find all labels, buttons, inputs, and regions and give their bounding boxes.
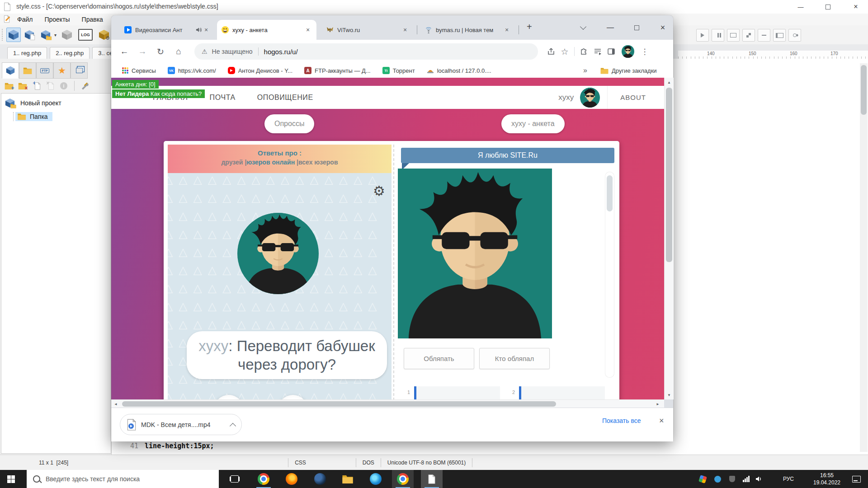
browser-tab-videos[interactable]: Видеозаписи Ант × <box>120 20 215 40</box>
taskbar-search[interactable] <box>27 470 219 488</box>
panel-tab-files[interactable] <box>19 62 36 79</box>
url-text[interactable]: hogos.ru/u/ <box>264 48 298 56</box>
bookmark-youtube[interactable]: Антон Денисов - Y... <box>228 67 292 74</box>
about-link[interactable]: ABOUT <box>607 86 664 109</box>
taskbar-edge[interactable] <box>365 470 387 488</box>
taskbar-dark-browser[interactable] <box>309 470 331 488</box>
open-dropdown-icon[interactable]: ▾ <box>54 33 57 38</box>
open-project-folder-button[interactable] <box>39 28 52 42</box>
other-bookmarks[interactable]: Другие закладки <box>600 67 657 74</box>
tab-close-icon[interactable]: × <box>401 26 409 33</box>
scroll-left-icon[interactable]: ◄ <box>114 402 118 406</box>
scroll-up-icon[interactable]: ▲ <box>667 80 671 84</box>
splat-button[interactable]: Обляпать <box>404 348 474 369</box>
question-author-avatar[interactable] <box>237 213 319 294</box>
taskbar-explorer[interactable] <box>337 470 359 488</box>
bookmarks-overflow-icon[interactable]: » <box>583 66 587 75</box>
browser-menu-icon[interactable]: ⋮ <box>638 45 651 58</box>
browser-tab-vitwo[interactable]: ViTwo.ru × <box>322 20 414 40</box>
tab-close-icon[interactable]: × <box>503 26 511 33</box>
daily-poll-badge[interactable]: Анкета дня: [0] <box>112 80 159 89</box>
scrollbar-thumb[interactable] <box>122 401 556 407</box>
menu-projects[interactable]: Проекты <box>44 16 70 23</box>
taskbar-clock[interactable]: 16:55 19.04.2022 <box>807 472 846 486</box>
extensions-icon[interactable] <box>577 45 591 58</box>
panel-tab-project[interactable] <box>2 62 19 79</box>
editor-maximize-button[interactable] <box>818 0 838 14</box>
tree-item-folder[interactable]: Папка <box>13 111 111 122</box>
bookmark-star-icon[interactable]: ☆ <box>558 45 571 58</box>
rank-bar-2[interactable] <box>519 386 605 399</box>
action-center-icon[interactable] <box>846 470 866 488</box>
remove-file-icon[interactable]: × <box>43 80 57 92</box>
editor-scrollbar[interactable] <box>860 63 868 452</box>
share-icon[interactable] <box>544 45 558 58</box>
nav-mail[interactable]: ПОЧТА <box>210 94 236 102</box>
file-tab-1[interactable]: 1.. reg.php <box>7 47 47 59</box>
show-all-downloads-link[interactable]: Показать все <box>602 417 641 424</box>
task-view-button[interactable] <box>224 470 245 488</box>
vertical-scrollbar[interactable]: ▲ ▼ <box>664 78 674 399</box>
tray-pinwheel-icon[interactable] <box>694 470 711 488</box>
grid-icon[interactable] <box>742 29 755 42</box>
reload-icon[interactable]: ↻ <box>153 44 168 59</box>
home-icon[interactable]: ⌂ <box>171 44 186 59</box>
new-tab-button[interactable]: + <box>527 22 532 32</box>
panel-tab-favorites[interactable]: ★ <box>53 62 71 79</box>
header-avatar[interactable] <box>580 88 600 108</box>
tray-shield-icon[interactable] <box>724 470 740 488</box>
browser-maximize-button[interactable] <box>627 21 646 34</box>
browser-minimize-button[interactable]: — <box>601 21 619 34</box>
scroll-right-icon[interactable]: ► <box>656 402 660 406</box>
editor-minimize-button[interactable]: — <box>791 0 811 14</box>
code-editor-line[interactable]: 41line-height:15px; <box>130 442 214 450</box>
remove-folder-icon[interactable]: × <box>16 80 30 92</box>
who-splatted-button[interactable]: Кто обляпал <box>479 348 550 369</box>
language-indicator[interactable]: РУС <box>778 470 798 488</box>
url-bar[interactable]: ⚠ Не защищено hogos.ru/u/ <box>194 43 538 60</box>
download-item[interactable]: MDK - Всем детя....mp4 <box>120 414 242 435</box>
file-tab-2[interactable]: 2.. reg.php <box>50 47 90 59</box>
log-button[interactable]: LOG <box>78 29 93 41</box>
taskbar-editor-app[interactable] <box>421 470 443 488</box>
volume-icon[interactable] <box>751 470 767 488</box>
media-queue-icon[interactable] <box>591 45 604 58</box>
minus-icon[interactable] <box>758 29 770 42</box>
card-scrollbar[interactable] <box>605 172 614 378</box>
tools-wrench-icon[interactable] <box>78 80 92 92</box>
taskbar-firefox[interactable] <box>281 470 302 488</box>
settings-gear-icon[interactable]: ⚙ <box>373 183 385 199</box>
run-icon[interactable] <box>696 29 709 42</box>
forward-icon[interactable]: → <box>135 44 150 59</box>
bookmark-vk[interactable]: VK https://vk.com/ <box>168 67 216 74</box>
start-button[interactable] <box>0 470 22 488</box>
browser-tab-anketa[interactable]: хуху - анкета × <box>217 20 316 40</box>
polls-tab-pill[interactable]: Опроссы <box>264 114 314 133</box>
search-input[interactable] <box>45 475 196 483</box>
save-project-button[interactable] <box>60 28 74 42</box>
tab-close-icon[interactable]: × <box>304 26 312 33</box>
download-expand-icon[interactable] <box>230 422 236 429</box>
panel-tab-windows[interactable] <box>71 62 88 79</box>
menu-edit[interactable]: Правка <box>82 16 103 23</box>
taskbar-chrome-1[interactable] <box>253 470 274 488</box>
bookmark-localhost[interactable]: localhost / 127.0.0.... <box>427 67 491 74</box>
scroll-down-icon[interactable]: ▼ <box>667 393 671 397</box>
leader-badge[interactable]: Нет Лидера Как сюда попасть? <box>112 89 205 98</box>
editor-close-button[interactable]: × <box>846 0 866 14</box>
film-icon[interactable] <box>773 29 786 42</box>
browser-close-button[interactable]: × <box>654 21 672 34</box>
add-folder-icon[interactable]: + <box>3 80 16 92</box>
answers-link-all[interactable]: всех юзеров <box>298 159 338 166</box>
leader-badge-link[interactable]: Как сюда попасть? <box>151 90 202 97</box>
pause-icon[interactable] <box>712 29 724 42</box>
back-icon[interactable]: ← <box>117 44 132 59</box>
profile-tab-pill[interactable]: хуху - анкета <box>501 114 565 133</box>
add-file-icon[interactable]: + <box>30 80 43 92</box>
taskbar-chrome-2-active[interactable] <box>392 470 414 488</box>
info-icon[interactable]: i <box>57 80 71 92</box>
bookmark-torrent[interactable]: TI Торрент <box>382 67 415 74</box>
answers-link-friends[interactable]: друзей <box>221 159 243 166</box>
rank-bar-1[interactable] <box>414 386 500 399</box>
tab-close-icon[interactable]: × <box>202 26 210 33</box>
